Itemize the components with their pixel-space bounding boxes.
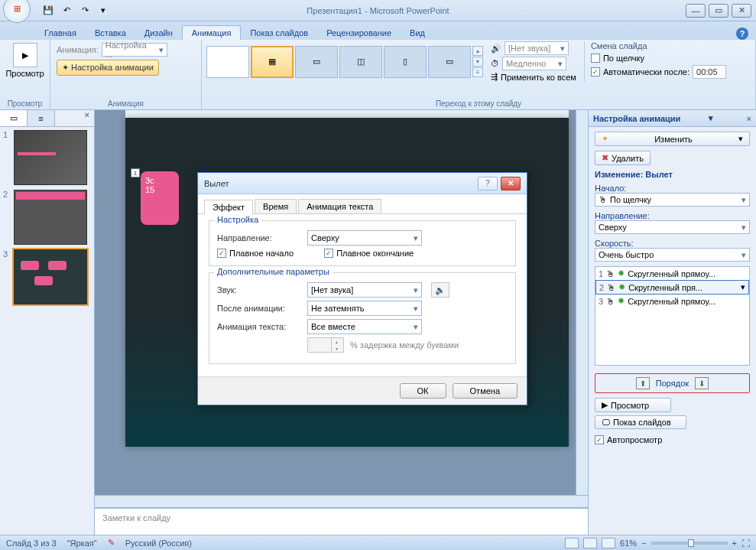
tab-timing[interactable]: Время: [255, 199, 297, 213]
thumb-tab-outline[interactable]: ≡: [28, 110, 55, 126]
auto-after-time[interactable]: 00:05: [693, 65, 726, 79]
transition-item[interactable]: ▦: [251, 46, 294, 78]
direction-value: Сверху: [599, 223, 627, 232]
qat-dropdown-icon[interactable]: ▾: [95, 2, 112, 19]
minimize-button[interactable]: —: [686, 4, 706, 18]
slide-thumbnail[interactable]: 1: [3, 130, 91, 185]
transition-item[interactable]: ▭: [295, 46, 338, 78]
tab-slideshow[interactable]: Показ слайдов: [241, 26, 317, 40]
thumb-number: 1: [3, 130, 11, 185]
direction-select[interactable]: Сверху ▾: [307, 230, 422, 246]
help-icon[interactable]: ?: [736, 28, 748, 40]
change-effect-button[interactable]: ✦ Изменить ▾: [595, 132, 750, 146]
move-down-button[interactable]: ⬇: [695, 377, 709, 389]
tab-view[interactable]: Вид: [401, 26, 434, 40]
tab-design[interactable]: Дизайн: [135, 26, 182, 40]
gallery-more-icon[interactable]: ≡: [472, 67, 483, 77]
tab-home[interactable]: Главная: [35, 26, 86, 40]
speed-select[interactable]: Очень быстро ▾: [595, 248, 750, 262]
autopreview-checkbox[interactable]: ✓: [595, 435, 604, 444]
start-select[interactable]: 🖱 По щелчку ▾: [595, 193, 750, 207]
tab-effect[interactable]: Эффект: [204, 200, 253, 214]
zoom-slider[interactable]: [651, 542, 728, 545]
fit-to-window-icon[interactable]: ⛶: [741, 539, 750, 548]
pane-dropdown-icon[interactable]: ▾: [709, 113, 713, 123]
dialog-close-button[interactable]: ✕: [501, 177, 521, 190]
shape-rounded-rect[interactable]: 3с 15: [141, 171, 179, 225]
theme-name: "Яркая": [67, 539, 97, 548]
scrollbar-horizontal[interactable]: [95, 495, 588, 507]
slideshow-icon: 🖵: [602, 418, 610, 427]
tab-insert[interactable]: Вставка: [86, 26, 135, 40]
mouse-icon: 🖱: [606, 269, 615, 278]
dialog-help-button[interactable]: ?: [478, 177, 498, 190]
preview-button[interactable]: ▶ Просмотр: [5, 41, 45, 80]
on-click-checkbox[interactable]: [591, 54, 600, 63]
transition-sound-combo[interactable]: [Нет звука] ▾: [505, 41, 569, 55]
gallery-up-icon[interactable]: ▴: [472, 46, 483, 56]
sound-volume-button[interactable]: 🔈: [431, 282, 449, 298]
zoom-in-icon[interactable]: +: [732, 539, 737, 548]
direction-label: Направление:: [217, 233, 301, 242]
language-indicator[interactable]: Русский (Россия): [125, 539, 192, 548]
effect-row[interactable]: 1 🖱 ✸ Скругленный прямоу...: [595, 267, 749, 280]
cancel-button[interactable]: Отмена: [453, 383, 518, 399]
animation-label: Анимация:: [57, 45, 99, 54]
transition-item[interactable]: ▭: [428, 46, 471, 78]
view-normal-button[interactable]: [565, 538, 579, 548]
notes-pane[interactable]: Заметки к слайду: [95, 507, 588, 535]
zoom-out-icon[interactable]: −: [641, 539, 646, 548]
tab-text-animation[interactable]: Анимация текста: [298, 199, 381, 213]
transition-speed-combo[interactable]: Медленно ▾: [502, 57, 566, 70]
shape-text: 15: [145, 185, 174, 194]
effect-row[interactable]: 2 🖱 ✸ Скругленный пря... ▾: [595, 280, 749, 295]
chevron-down-icon: ▾: [738, 134, 743, 144]
transition-none[interactable]: [206, 46, 249, 78]
spellcheck-icon[interactable]: ✎: [108, 538, 115, 548]
smooth-end-checkbox[interactable]: ✓: [324, 249, 333, 258]
chevron-down-icon: ▾: [414, 285, 418, 295]
smooth-start-checkbox[interactable]: ✓: [217, 249, 226, 258]
save-icon[interactable]: 💾: [40, 2, 57, 19]
apply-to-all-button[interactable]: ⇶ Применить ко всем: [491, 72, 576, 82]
slide-thumbnail[interactable]: 2: [3, 190, 91, 245]
effect-row[interactable]: 3 🖱 ✸ Скругленный прямоу...: [595, 295, 749, 308]
tab-review[interactable]: Рецензирование: [317, 26, 401, 40]
ok-button[interactable]: ОК: [400, 383, 446, 399]
view-sorter-button[interactable]: [583, 538, 597, 548]
thumb-close-icon[interactable]: ×: [80, 110, 94, 126]
move-up-button[interactable]: ⬆: [636, 377, 650, 389]
thumb-tab-slides[interactable]: ▭: [0, 110, 28, 126]
undo-icon[interactable]: ↶: [58, 2, 75, 19]
transition-item[interactable]: ▯: [384, 46, 427, 78]
play-button[interactable]: ▶ Просмотр: [595, 398, 671, 412]
delete-effect-button[interactable]: ✖ Удалить: [595, 151, 651, 165]
after-animation-select[interactable]: Не затемнять ▾: [307, 301, 422, 316]
transition-item[interactable]: ◫: [339, 46, 382, 78]
tab-animation[interactable]: Анимация: [182, 25, 242, 40]
sound-label: Звук:: [217, 285, 301, 295]
dialog-titlebar[interactable]: Вылет ? ✕: [198, 173, 527, 194]
view-slideshow-button[interactable]: [602, 538, 615, 548]
redo-icon[interactable]: ↷: [76, 2, 93, 19]
chevron-down-icon[interactable]: ▾: [741, 282, 745, 292]
auto-after-checkbox[interactable]: ✓: [591, 67, 600, 76]
direction-select[interactable]: Сверху ▾: [595, 220, 750, 234]
smooth-end-label: Плавное окончание: [336, 249, 414, 258]
close-button[interactable]: ✕: [732, 4, 751, 18]
apply-all-icon: ⇶: [491, 72, 498, 82]
anim-order-badge[interactable]: 1: [131, 168, 140, 177]
slideshow-button[interactable]: 🖵 Показ слайдов: [595, 415, 686, 429]
office-button[interactable]: ⊞: [3, 0, 31, 23]
animate-text-select[interactable]: Все вместе ▾: [307, 319, 422, 334]
sound-select[interactable]: [Нет звука] ▾: [307, 282, 422, 298]
animation-settings-button[interactable]: ✦ Настройка анимации: [57, 60, 159, 76]
gallery-down-icon[interactable]: ▾: [472, 57, 483, 67]
pane-close-icon[interactable]: ×: [747, 114, 751, 123]
sound-value: [Нет звука]: [311, 285, 353, 295]
slide-thumbnail[interactable]: 3: [3, 249, 91, 304]
scrollbar-vertical[interactable]: [576, 110, 588, 495]
maximize-button[interactable]: ▭: [709, 4, 728, 18]
group-animation-label: Анимация: [55, 98, 196, 109]
animation-combo[interactable]: Настройка ... ▾: [102, 43, 167, 57]
